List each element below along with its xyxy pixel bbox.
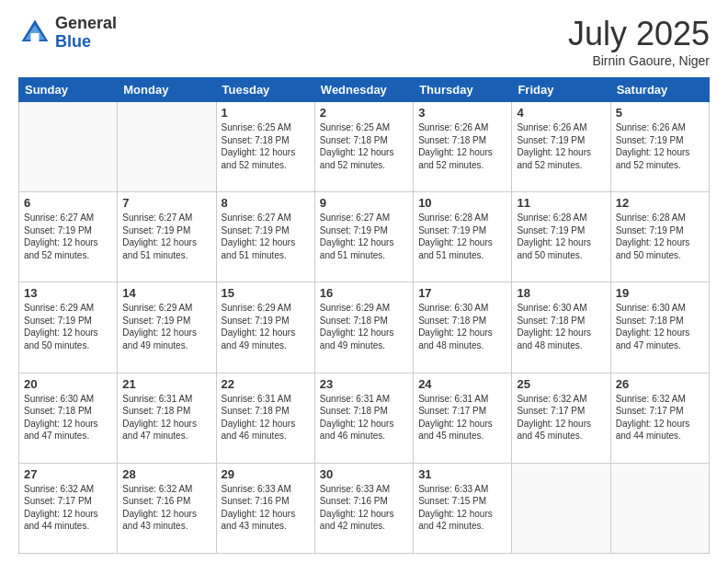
day-number: 6	[24, 196, 112, 210]
day-number: 2	[320, 106, 408, 120]
day-cell: 3Sunrise: 6:26 AM Sunset: 7:18 PM Daylig…	[414, 102, 512, 192]
day-number: 5	[616, 106, 704, 120]
weekday-row: SundayMondayTuesdayWednesdayThursdayFrid…	[19, 78, 710, 102]
day-number: 13	[24, 286, 112, 300]
day-number: 20	[24, 377, 112, 391]
day-number: 7	[122, 196, 210, 210]
day-cell	[118, 102, 216, 192]
day-number: 18	[517, 286, 605, 300]
day-info: Sunrise: 6:29 AM Sunset: 7:18 PM Dayligh…	[320, 302, 408, 351]
day-cell: 29Sunrise: 6:33 AM Sunset: 7:16 PM Dayli…	[216, 463, 314, 553]
day-info: Sunrise: 6:28 AM Sunset: 7:19 PM Dayligh…	[616, 212, 704, 261]
day-info: Sunrise: 6:33 AM Sunset: 7:16 PM Dayligh…	[320, 483, 408, 533]
svg-rect-2	[31, 33, 40, 41]
day-info: Sunrise: 6:31 AM Sunset: 7:18 PM Dayligh…	[122, 393, 210, 442]
day-cell: 22Sunrise: 6:31 AM Sunset: 7:18 PM Dayli…	[216, 373, 314, 463]
day-cell: 19Sunrise: 6:30 AM Sunset: 7:18 PM Dayli…	[610, 282, 709, 373]
day-number: 9	[320, 196, 408, 210]
day-number: 28	[122, 467, 210, 481]
title-area: July 2025 Birnin Gaoure, Niger	[568, 15, 710, 68]
day-cell: 4Sunrise: 6:26 AM Sunset: 7:19 PM Daylig…	[512, 102, 610, 192]
day-number: 19	[616, 286, 704, 300]
weekday-header-sunday: Sunday	[19, 78, 118, 102]
day-info: Sunrise: 6:33 AM Sunset: 7:16 PM Dayligh…	[222, 483, 310, 533]
day-cell: 30Sunrise: 6:33 AM Sunset: 7:16 PM Dayli…	[314, 463, 413, 553]
day-cell: 24Sunrise: 6:31 AM Sunset: 7:17 PM Dayli…	[414, 373, 512, 463]
day-info: Sunrise: 6:30 AM Sunset: 7:18 PM Dayligh…	[418, 302, 506, 351]
day-cell: 14Sunrise: 6:29 AM Sunset: 7:19 PM Dayli…	[118, 282, 216, 373]
day-cell: 6Sunrise: 6:27 AM Sunset: 7:19 PM Daylig…	[19, 192, 118, 282]
day-cell: 8Sunrise: 6:27 AM Sunset: 7:19 PM Daylig…	[216, 192, 314, 282]
page: General Blue July 2025 Birnin Gaoure, Ni…	[0, 0, 728, 563]
calendar-body: 1Sunrise: 6:25 AM Sunset: 7:18 PM Daylig…	[19, 102, 710, 554]
day-cell: 9Sunrise: 6:27 AM Sunset: 7:19 PM Daylig…	[314, 192, 413, 282]
day-info: Sunrise: 6:25 AM Sunset: 7:18 PM Dayligh…	[222, 121, 310, 171]
day-info: Sunrise: 6:28 AM Sunset: 7:19 PM Dayligh…	[517, 212, 605, 261]
weekday-header-monday: Monday	[118, 78, 216, 102]
day-cell: 28Sunrise: 6:32 AM Sunset: 7:16 PM Dayli…	[118, 463, 216, 553]
day-number: 29	[222, 467, 310, 481]
day-cell: 31Sunrise: 6:33 AM Sunset: 7:15 PM Dayli…	[414, 463, 512, 553]
day-cell: 21Sunrise: 6:31 AM Sunset: 7:18 PM Dayli…	[118, 373, 216, 463]
day-cell	[610, 463, 709, 553]
day-info: Sunrise: 6:30 AM Sunset: 7:18 PM Dayligh…	[24, 393, 112, 442]
week-row-2: 6Sunrise: 6:27 AM Sunset: 7:19 PM Daylig…	[19, 192, 710, 282]
weekday-header-saturday: Saturday	[610, 78, 709, 102]
day-number: 12	[616, 196, 704, 210]
month-title: July 2025	[568, 15, 710, 53]
day-cell: 17Sunrise: 6:30 AM Sunset: 7:18 PM Dayli…	[414, 282, 512, 373]
day-number: 23	[320, 377, 408, 391]
day-info: Sunrise: 6:26 AM Sunset: 7:18 PM Dayligh…	[418, 121, 506, 171]
weekday-header-friday: Friday	[512, 78, 610, 102]
day-info: Sunrise: 6:32 AM Sunset: 7:17 PM Dayligh…	[24, 483, 112, 533]
day-info: Sunrise: 6:33 AM Sunset: 7:15 PM Dayligh…	[418, 483, 506, 533]
day-number: 17	[418, 286, 506, 300]
day-number: 21	[122, 377, 210, 391]
week-row-1: 1Sunrise: 6:25 AM Sunset: 7:18 PM Daylig…	[19, 102, 710, 192]
day-cell: 23Sunrise: 6:31 AM Sunset: 7:18 PM Dayli…	[314, 373, 413, 463]
location: Birnin Gaoure, Niger	[568, 53, 710, 68]
day-cell	[512, 463, 610, 553]
day-cell: 5Sunrise: 6:26 AM Sunset: 7:19 PM Daylig…	[610, 102, 709, 192]
day-cell: 27Sunrise: 6:32 AM Sunset: 7:17 PM Dayli…	[19, 463, 118, 553]
day-number: 1	[222, 106, 310, 120]
day-number: 30	[320, 467, 408, 481]
day-number: 26	[616, 377, 704, 391]
day-number: 10	[418, 196, 506, 210]
day-cell: 26Sunrise: 6:32 AM Sunset: 7:17 PM Dayli…	[610, 373, 709, 463]
weekday-header-tuesday: Tuesday	[216, 78, 314, 102]
day-number: 15	[222, 286, 310, 300]
day-info: Sunrise: 6:25 AM Sunset: 7:18 PM Dayligh…	[320, 121, 408, 171]
logo-text: General Blue	[55, 15, 117, 52]
day-cell: 10Sunrise: 6:28 AM Sunset: 7:19 PM Dayli…	[414, 192, 512, 282]
logo-general-text: General	[55, 15, 117, 33]
day-cell: 2Sunrise: 6:25 AM Sunset: 7:18 PM Daylig…	[314, 102, 413, 192]
day-info: Sunrise: 6:27 AM Sunset: 7:19 PM Dayligh…	[222, 212, 310, 261]
day-info: Sunrise: 6:31 AM Sunset: 7:18 PM Dayligh…	[320, 393, 408, 442]
weekday-header-wednesday: Wednesday	[314, 78, 413, 102]
day-info: Sunrise: 6:30 AM Sunset: 7:18 PM Dayligh…	[517, 302, 605, 351]
day-cell: 25Sunrise: 6:32 AM Sunset: 7:17 PM Dayli…	[512, 373, 610, 463]
day-number: 3	[418, 106, 506, 120]
week-row-4: 20Sunrise: 6:30 AM Sunset: 7:18 PM Dayli…	[19, 373, 710, 463]
day-cell: 15Sunrise: 6:29 AM Sunset: 7:19 PM Dayli…	[216, 282, 314, 373]
day-info: Sunrise: 6:29 AM Sunset: 7:19 PM Dayligh…	[24, 302, 112, 351]
day-number: 8	[222, 196, 310, 210]
day-cell: 16Sunrise: 6:29 AM Sunset: 7:18 PM Dayli…	[314, 282, 413, 373]
day-info: Sunrise: 6:27 AM Sunset: 7:19 PM Dayligh…	[320, 212, 408, 261]
header: General Blue July 2025 Birnin Gaoure, Ni…	[18, 15, 710, 68]
day-info: Sunrise: 6:29 AM Sunset: 7:19 PM Dayligh…	[122, 302, 210, 351]
day-number: 4	[517, 106, 605, 120]
day-cell: 7Sunrise: 6:27 AM Sunset: 7:19 PM Daylig…	[118, 192, 216, 282]
week-row-3: 13Sunrise: 6:29 AM Sunset: 7:19 PM Dayli…	[19, 282, 710, 373]
day-number: 25	[517, 377, 605, 391]
day-info: Sunrise: 6:32 AM Sunset: 7:17 PM Dayligh…	[517, 393, 605, 442]
day-info: Sunrise: 6:26 AM Sunset: 7:19 PM Dayligh…	[517, 121, 605, 171]
day-cell: 18Sunrise: 6:30 AM Sunset: 7:18 PM Dayli…	[512, 282, 610, 373]
day-info: Sunrise: 6:27 AM Sunset: 7:19 PM Dayligh…	[24, 212, 112, 261]
day-number: 14	[122, 286, 210, 300]
day-number: 27	[24, 467, 112, 481]
day-info: Sunrise: 6:28 AM Sunset: 7:19 PM Dayligh…	[418, 212, 506, 261]
day-info: Sunrise: 6:32 AM Sunset: 7:17 PM Dayligh…	[616, 393, 704, 442]
day-info: Sunrise: 6:30 AM Sunset: 7:18 PM Dayligh…	[616, 302, 704, 351]
